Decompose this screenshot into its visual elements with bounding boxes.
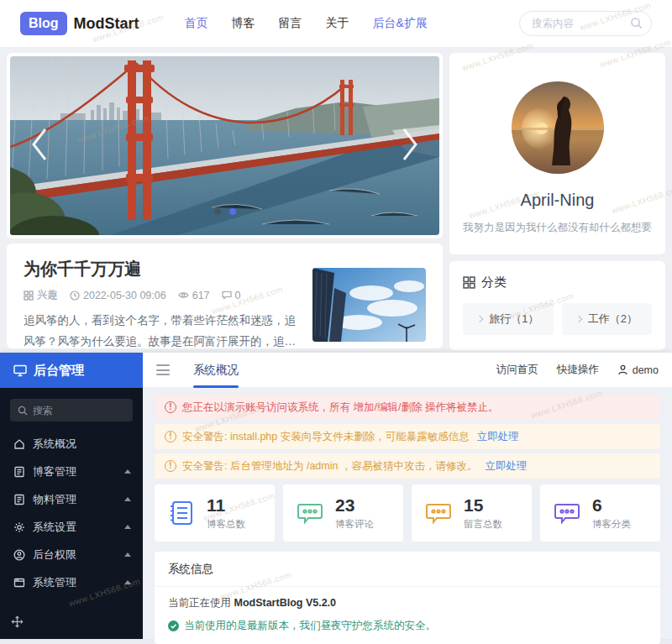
- alert-icon: !: [165, 460, 176, 472]
- version-line: 当前正在使用 ModStartBlog V5.2.0: [168, 596, 647, 610]
- post-excerpt: 追风筝的人，看到这个名字，带着些许茫然和迷惑，追风筝？风筝为什么要追。故事是在阿…: [24, 311, 299, 353]
- resolve-now-link[interactable]: 立即处理: [485, 459, 527, 474]
- security-alert-admin-path: ! 安全警告: 后台管理地址为 /admin ，容易被猜中攻击，请修改。 立即处…: [155, 453, 660, 479]
- carousel-prev-icon[interactable]: [29, 126, 50, 166]
- sidebar-item-system-mgmt[interactable]: 系统管理: [0, 568, 143, 596]
- sidebar-item-material-mgmt[interactable]: 物料管理: [0, 485, 143, 513]
- categories-title: 分类: [481, 275, 507, 291]
- admin-search-input[interactable]: [33, 405, 117, 416]
- admin-content: ! 您正在以演示账号访问该系统，所有 增加/编辑/删除 操作将被禁止。 ! 安全…: [143, 388, 672, 644]
- post-title[interactable]: 为你千千万万遍: [24, 258, 299, 280]
- nav-item-about[interactable]: 关于: [326, 16, 349, 31]
- quick-actions-link[interactable]: 快捷操作: [557, 363, 599, 377]
- blog-sidebar-column: April-Ning 我努力是因为我什么都没有却什么都想要 分类 旅行（1）: [449, 53, 665, 350]
- clock-icon: [70, 291, 80, 301]
- notebook-icon: [166, 498, 197, 528]
- post-comments: 0: [222, 290, 241, 301]
- stat-card-blog-categories: 6 博客分类: [540, 484, 660, 542]
- stats-row: 11 博客总数 23 博客评论: [155, 484, 660, 542]
- categories-header: 分类: [463, 275, 652, 291]
- post-date: 2022-05-30 09:06: [70, 290, 166, 301]
- collapse-arrow-icon: [124, 469, 131, 474]
- visit-home-link[interactable]: 访问首页: [496, 363, 538, 377]
- sidebar-item-system-settings[interactable]: 系统设置: [0, 513, 143, 541]
- demo-account-alert: ! 您正在以演示账号访问该系统，所有 增加/编辑/删除 操作将被禁止。: [155, 395, 660, 420]
- nav-item-blog[interactable]: 博客: [232, 16, 255, 31]
- nav-item-message[interactable]: 留言: [279, 16, 302, 31]
- post-meta: 兴趣 2022-05-30 09:06 617 0: [24, 288, 299, 302]
- grid-icon: [24, 291, 34, 301]
- avatar[interactable]: [512, 81, 604, 174]
- search-icon[interactable]: [630, 17, 643, 33]
- system-info-card: 系统信息 当前正在使用 ModStartBlog V5.2.0 当前使用的是最新…: [155, 552, 660, 644]
- profile-card: April-Ning 我努力是因为我什么都没有却什么都想要: [449, 53, 665, 254]
- profile-bio: 我努力是因为我什么都没有却什么都想要: [449, 221, 665, 235]
- post-category[interactable]: 兴趣: [24, 288, 58, 302]
- eye-icon: [178, 291, 189, 300]
- carousel-next-icon[interactable]: [399, 126, 421, 166]
- nav-item-home[interactable]: 首页: [185, 16, 208, 31]
- category-item-travel[interactable]: 旅行（1）: [463, 303, 554, 335]
- collapse-arrow-icon: [124, 552, 131, 557]
- stat-value: 23: [335, 495, 374, 515]
- stat-card-messages: 15 留言总数: [412, 484, 532, 542]
- carousel-dot-2[interactable]: [229, 208, 236, 215]
- post-thumbnail-image[interactable]: [312, 268, 426, 342]
- blog-frontend-section: Blog ModStart 首页 博客 留言 关于 后台&扩展: [0, 0, 672, 353]
- admin-panel-section: 后台管理 系统概况 博客管理 物料管理 系统设置 后台权限 系统管理: [0, 353, 672, 639]
- blog-main-column: 为你千千万万遍 兴趣 2022-05-30 09:06 617: [7, 53, 443, 350]
- blog-logo-badge: Blog: [20, 12, 67, 35]
- document-icon: [13, 494, 25, 505]
- move-handle-icon[interactable]: [11, 615, 24, 631]
- stat-value: 6: [592, 495, 631, 515]
- product-version: ModStartBlog V5.2.0: [234, 597, 336, 609]
- security-alert-install: ! 安全警告: install.php 安装向导文件未删除，可能暴露敏感信息 立…: [155, 424, 660, 449]
- category-item-work[interactable]: 工作（2）: [562, 303, 653, 335]
- window-icon: [13, 577, 25, 589]
- sidebar-item-blog-mgmt[interactable]: 博客管理: [0, 458, 143, 485]
- blog-body: 为你千千万万遍 兴趣 2022-05-30 09:06 617: [0, 48, 672, 355]
- resolve-now-link[interactable]: 立即处理: [477, 430, 519, 444]
- grid-icon: [463, 276, 475, 289]
- stat-label: 博客评论: [335, 518, 374, 531]
- sidebar-item-admin-permissions[interactable]: 后台权限: [0, 541, 143, 568]
- alert-icon: !: [165, 431, 176, 442]
- stat-value: 15: [464, 495, 502, 515]
- blog-nav: 首页 博客 留言 关于 后台&扩展: [185, 16, 428, 31]
- stat-card-blog-comments: 23 博客评论: [283, 484, 403, 542]
- collapse-arrow-icon: [124, 580, 131, 584]
- categories-card: 分类 旅行（1） 工作（2）: [449, 261, 665, 350]
- post-card: 为你千千万万遍 兴趣 2022-05-30 09:06 617: [7, 243, 443, 348]
- stat-label: 留言总数: [464, 518, 502, 531]
- tab-system-overview[interactable]: 系统概况: [193, 353, 239, 388]
- nav-item-admin-ext[interactable]: 后台&扩展: [373, 16, 428, 31]
- profile-name: April-Ning: [449, 191, 665, 210]
- blog-logo-text: ModStart: [74, 15, 139, 33]
- chat-bubble-icon: [295, 498, 325, 528]
- categories-list: 旅行（1） 工作（2）: [463, 303, 652, 335]
- admin-topbar: 系统概况 访问首页 快捷操作 demo: [143, 353, 672, 388]
- menu-toggle-icon[interactable]: [156, 364, 170, 375]
- comment-icon: [222, 291, 232, 300]
- carousel: [7, 53, 443, 238]
- document-icon: [13, 466, 25, 478]
- user-menu[interactable]: demo: [617, 364, 659, 376]
- alert-icon: !: [165, 401, 176, 413]
- admin-main: 系统概况 访问首页 快捷操作 demo ! 您正在以演示账号访问该系统，所有 增…: [143, 353, 672, 639]
- stat-value: 11: [207, 495, 245, 515]
- carousel-dot-1[interactable]: [214, 208, 221, 215]
- sidebar-item-overview[interactable]: 系统概况: [0, 430, 143, 458]
- chevron-right-icon: [476, 316, 483, 322]
- user-icon: [13, 549, 25, 561]
- stat-card-blog-total: 11 博客总数: [155, 484, 275, 542]
- blog-search: [519, 11, 652, 36]
- admin-sidebar-search: [10, 399, 133, 421]
- admin-sidebar: 后台管理 系统概况 博客管理 物料管理 系统设置 后台权限 系统管理: [0, 353, 143, 639]
- stat-label: 博客分类: [592, 518, 631, 531]
- collapse-arrow-icon: [124, 497, 131, 501]
- system-info-title: 系统信息: [155, 552, 660, 587]
- chat-bubble-icon: [552, 498, 582, 528]
- search-icon: [18, 406, 28, 416]
- stat-label: 博客总数: [207, 518, 245, 531]
- blog-header: Blog ModStart 首页 博客 留言 关于 后台&扩展: [0, 0, 672, 48]
